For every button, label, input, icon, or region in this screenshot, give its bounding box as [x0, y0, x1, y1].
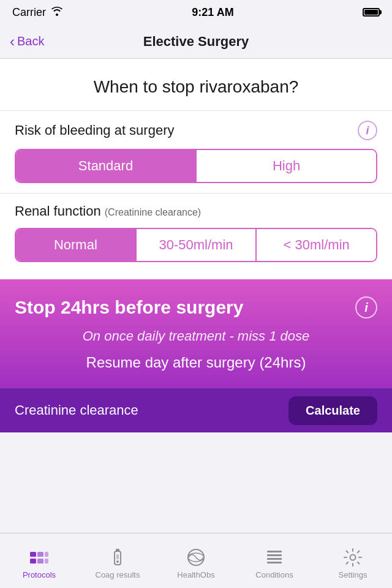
back-chevron-icon: ‹ [10, 33, 15, 50]
bleeding-label-row: Risk of bleeding at surgery i [15, 121, 377, 140]
result-area: Stop 24hrs before surgery i On once dail… [0, 279, 392, 388]
status-bar: Carrier 9:21 AM [0, 0, 392, 24]
question-text: When to stop rivaroxaban? [15, 76, 377, 98]
result-info-icon[interactable]: i [355, 296, 377, 318]
bleeding-standard-btn[interactable]: Standard [16, 150, 195, 182]
conditions-icon [264, 547, 285, 568]
tab-settings[interactable]: Settings [314, 542, 392, 579]
main-content: When to stop rivaroxaban? Risk of bleedi… [0, 59, 392, 432]
bleeding-high-btn[interactable]: High [197, 150, 376, 182]
creatinine-row: Creatinine clearance Calculate [0, 388, 392, 432]
renal-label-row: Renal function (Creatinine clearance) [15, 203, 377, 219]
renal-sub-label: (Creatinine clearance) [105, 207, 201, 217]
question-section: When to stop rivaroxaban? [0, 59, 392, 110]
back-label: Back [17, 34, 44, 48]
renal-segmented-control: Normal 30-50ml/min < 30ml/min [15, 228, 377, 262]
tab-healthobs[interactable]: HealthObs [157, 542, 235, 579]
bleeding-label: Risk of bleeding at surgery [15, 123, 174, 138]
svg-rect-1 [30, 559, 36, 564]
status-bar-right [363, 8, 380, 17]
result-resume-text: Resume day after surgery (24hrs) [15, 354, 377, 371]
calculate-button[interactable]: Calculate [288, 396, 377, 425]
renal-low-btn[interactable]: < 30ml/min [257, 229, 376, 261]
svg-rect-3 [37, 559, 43, 564]
bleeding-segmented-control: Standard High [15, 149, 377, 183]
svg-rect-14 [267, 558, 282, 560]
tab-bar: Protocols Coag results HealthObs [0, 533, 392, 588]
status-bar-time: 9:21 AM [192, 6, 233, 19]
status-bar-left: Carrier [12, 6, 63, 19]
protocols-tab-label: Protocols [23, 570, 56, 579]
conditions-tab-label: Conditions [255, 570, 293, 579]
coag-icon [107, 547, 128, 568]
bleeding-section: Risk of bleeding at surgery i Standard H… [0, 111, 392, 193]
svg-rect-4 [45, 552, 48, 557]
back-button[interactable]: ‹ Back [10, 33, 44, 50]
settings-tab-label: Settings [339, 570, 368, 579]
svg-point-16 [350, 555, 356, 560]
coag-tab-label: Coag results [96, 570, 140, 579]
svg-rect-8 [116, 554, 119, 559]
renal-section: Renal function (Creatinine clearance) No… [0, 194, 392, 272]
settings-icon [342, 547, 363, 568]
battery-icon [363, 8, 380, 17]
protocols-icon [29, 547, 50, 568]
result-sub-text: On once daily treatment - miss 1 dose [15, 328, 377, 344]
result-main-text: Stop 24hrs before surgery [15, 297, 355, 318]
healthobs-icon [186, 547, 206, 568]
wifi-icon [51, 6, 63, 18]
result-main-row: Stop 24hrs before surgery i [15, 296, 377, 318]
page-title: Elective Surgery [143, 34, 249, 50]
svg-point-9 [116, 560, 119, 563]
carrier-label: Carrier [12, 6, 46, 19]
renal-label: Renal function (Creatinine clearance) [15, 203, 201, 219]
svg-rect-2 [37, 552, 43, 557]
nav-bar: ‹ Back Elective Surgery [0, 24, 392, 59]
renal-normal-btn[interactable]: Normal [16, 229, 135, 261]
tab-conditions[interactable]: Conditions [235, 542, 314, 579]
svg-rect-12 [267, 551, 282, 552]
svg-rect-15 [267, 562, 282, 564]
tab-protocols[interactable]: Protocols [0, 542, 78, 579]
bleeding-info-icon[interactable]: i [358, 121, 377, 140]
renal-mid-btn[interactable]: 30-50ml/min [137, 229, 256, 261]
healthobs-tab-label: HealthObs [177, 570, 214, 579]
svg-rect-0 [30, 552, 36, 557]
svg-rect-5 [45, 559, 48, 564]
tab-coag[interactable]: Coag results [78, 542, 157, 579]
creatinine-label: Creatinine clearance [15, 402, 138, 418]
svg-rect-13 [267, 554, 282, 556]
